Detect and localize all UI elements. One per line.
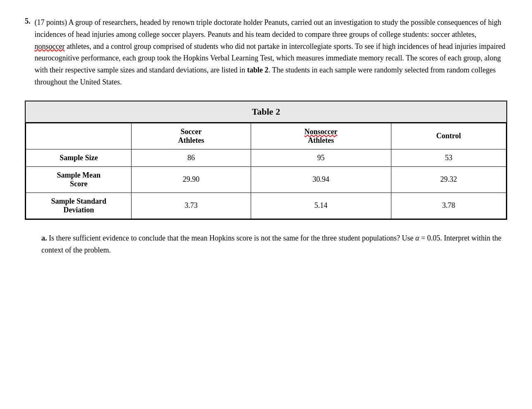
data-table: Soccer Athletes Nonsoccer Athletes Contr… (26, 123, 506, 219)
question-5: 5. (17 points) A group of researchers, h… (25, 17, 507, 88)
header-control: Control (391, 123, 506, 149)
question-intro: A group of researchers, headed by renown… (35, 18, 506, 86)
alpha-symbol: α (415, 234, 419, 242)
soccer-sample-size: 86 (132, 149, 251, 166)
control-sample-mean: 29.32 (391, 166, 506, 192)
table-2-wrapper: Table 2 Soccer Athletes Nonsoccer Athlet… (25, 101, 507, 220)
header-nonsoccer: Nonsoccer Athletes (251, 123, 391, 149)
question-points: (17 points) (35, 18, 67, 26)
header-soccer: Soccer Athletes (132, 123, 251, 149)
sub-question-a: a. Is there sufficient evidence to concl… (25, 232, 507, 256)
nonsoccer-sample-mean: 30.94 (251, 166, 391, 192)
control-sample-size: 53 (391, 149, 506, 166)
question-body: (17 points) A group of researchers, head… (35, 17, 508, 88)
label-sample-mean: Sample MeanScore (26, 166, 132, 192)
header-soccer-line2: Athletes (178, 136, 204, 144)
header-nonsoccer-line1: Nonsoccer (304, 128, 338, 136)
question-number: 5. (25, 17, 31, 88)
sub-question-a-text: Is there sufficient evidence to conclude… (41, 234, 501, 254)
table-title: Table 2 (26, 101, 506, 123)
table-row-sample-size: Sample Size 86 95 53 (26, 149, 506, 166)
sub-label-a: a. (41, 234, 47, 242)
header-soccer-line1: Soccer (181, 128, 202, 136)
control-sample-std: 3.78 (391, 192, 506, 219)
table-row-sample-mean: Sample MeanScore 29.90 30.94 29.32 (26, 166, 506, 192)
label-sample-std: Sample StandardDeviation (26, 192, 132, 219)
header-nonsoccer-line2: Athletes (308, 136, 334, 144)
nonsoccer-sample-size: 95 (251, 149, 391, 166)
soccer-sample-std: 3.73 (132, 192, 251, 219)
nonsoccer-wavy: nonsoccer (35, 42, 65, 51)
nonsoccer-sample-std: 5.14 (251, 192, 391, 219)
label-sample-size: Sample Size (26, 149, 132, 166)
soccer-sample-mean: 29.90 (132, 166, 251, 192)
header-empty (26, 123, 132, 149)
table-row-sample-std: Sample StandardDeviation 3.73 5.14 3.78 (26, 192, 506, 219)
table-reference: table 2 (247, 66, 268, 74)
